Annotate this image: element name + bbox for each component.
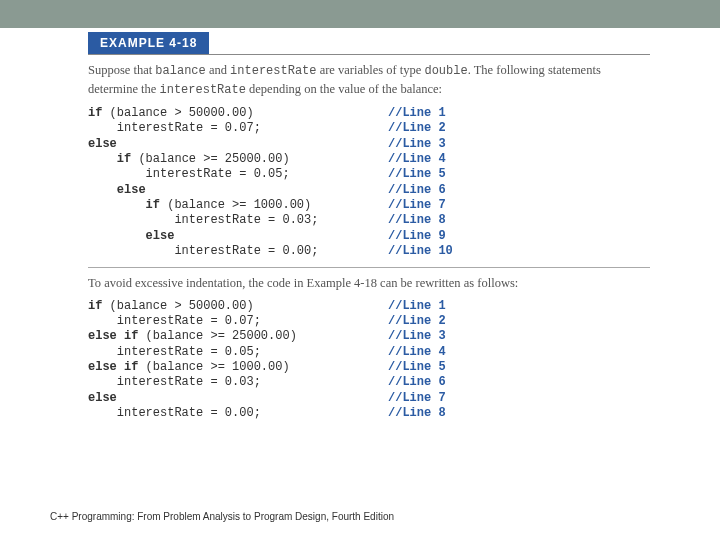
code-line: else//Line 9 <box>88 229 650 244</box>
code-line: else if (balance >= 1000.00)//Line 5 <box>88 360 650 375</box>
code-line: interestRate = 0.07;//Line 2 <box>88 314 650 329</box>
code-line: else if (balance >= 25000.00)//Line 3 <box>88 329 650 344</box>
code-line: if (balance > 50000.00)//Line 1 <box>88 106 650 121</box>
divider <box>88 54 650 55</box>
code-line: else//Line 6 <box>88 183 650 198</box>
divider <box>88 267 650 268</box>
code-line: interestRate = 0.05;//Line 5 <box>88 167 650 182</box>
code-line: interestRate = 0.00;//Line 10 <box>88 244 650 259</box>
code-line: interestRate = 0.03;//Line 8 <box>88 213 650 228</box>
code-line: if (balance >= 25000.00)//Line 4 <box>88 152 650 167</box>
code-block-1: if (balance > 50000.00)//Line 1 interest… <box>88 106 650 260</box>
code-line: if (balance > 50000.00)//Line 1 <box>88 299 650 314</box>
title-bar <box>0 0 720 28</box>
code-line: else//Line 7 <box>88 391 650 406</box>
code-block-2: if (balance > 50000.00)//Line 1 interest… <box>88 299 650 422</box>
paragraph-2: To avoid excessive indentation, the code… <box>88 274 650 292</box>
code-line: interestRate = 0.00;//Line 8 <box>88 406 650 421</box>
example-badge: EXAMPLE 4-18 <box>88 32 209 54</box>
footer-citation: C++ Programming: From Problem Analysis t… <box>50 511 394 522</box>
code-line: if (balance >= 1000.00)//Line 7 <box>88 198 650 213</box>
page-content: EXAMPLE 4-18 Suppose that balance and in… <box>0 28 720 421</box>
code-line: interestRate = 0.03;//Line 6 <box>88 375 650 390</box>
code-line: interestRate = 0.07;//Line 2 <box>88 121 650 136</box>
code-line: interestRate = 0.05;//Line 4 <box>88 345 650 360</box>
paragraph-1: Suppose that balance and interestRate ar… <box>88 61 650 100</box>
code-line: else//Line 3 <box>88 137 650 152</box>
